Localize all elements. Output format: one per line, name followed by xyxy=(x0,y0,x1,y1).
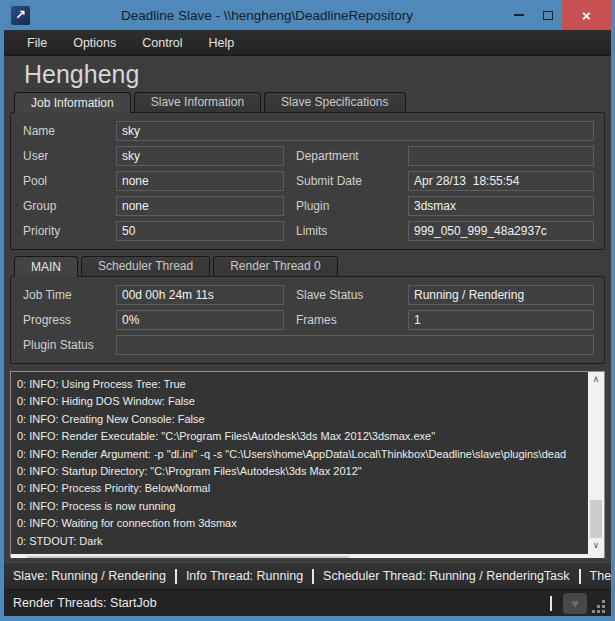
window-title: Deadline Slave - \\hengheng\DeadlineRepo… xyxy=(30,8,504,23)
scroll-left-icon[interactable]: ‹ xyxy=(11,554,27,558)
log-line: 0: INFO: Process Priority: BelowNormal xyxy=(17,480,582,497)
pool-label: Pool xyxy=(23,174,116,188)
tab-slave-specifications[interactable]: Slave Specifications xyxy=(264,92,405,112)
user-field[interactable] xyxy=(116,146,284,166)
group-label: Group xyxy=(23,199,116,213)
heart-icon: ♥ xyxy=(571,596,579,611)
slave-status-label: Slave Status xyxy=(296,288,408,302)
menu-control[interactable]: Control xyxy=(129,30,195,56)
info-tab-strip: Job Information Slave Information Slave … xyxy=(10,92,605,112)
limits-label: Limits xyxy=(296,224,408,238)
content-area: Hengheng Job Information Slave Informati… xyxy=(4,56,611,558)
log-line: 0: STDOUT: Dark xyxy=(17,533,582,550)
thermal-shutdown-status-text: Thermal Shutdo xyxy=(590,569,611,583)
tab-render-thread-0[interactable]: Render Thread 0 xyxy=(213,256,338,276)
title-bar[interactable]: ↗ Deadline Slave - \\hengheng\DeadlineRe… xyxy=(4,0,611,30)
priority-label: Priority xyxy=(23,224,116,238)
horizontal-scrollbar-thumb[interactable] xyxy=(27,556,349,558)
thread-status-bar: Slave: Running / Rendering Info Thread: … xyxy=(4,562,611,589)
tab-slave-information[interactable]: Slave Information xyxy=(134,92,261,112)
close-icon: × xyxy=(582,7,591,24)
log-line: 0: INFO: Hiding DOS Window: False xyxy=(17,393,582,410)
plugin-field[interactable] xyxy=(408,196,594,216)
menu-options[interactable]: Options xyxy=(60,30,129,56)
limits-field[interactable] xyxy=(408,221,594,241)
app-icon: ↗ xyxy=(11,6,30,25)
user-label: User xyxy=(23,149,116,163)
slave-status-text: Slave: Running / Rendering xyxy=(13,569,166,583)
horizontal-scrollbar[interactable]: ‹ › xyxy=(11,554,588,558)
department-field[interactable] xyxy=(408,146,594,166)
maximize-button[interactable] xyxy=(533,0,562,30)
log-line: 0: INFO: Render Argument: -p "dl.ini" -q… xyxy=(17,446,582,463)
deadline-slave-window: ↗ Deadline Slave - \\hengheng\DeadlineRe… xyxy=(0,0,615,621)
status-separator xyxy=(550,596,552,611)
scroll-up-icon[interactable]: ∧ xyxy=(588,372,604,388)
menu-help[interactable]: Help xyxy=(196,30,248,56)
log-line: 0: INFO: Render Executable: "C:\Program … xyxy=(17,428,582,445)
menu-bar: File Options Control Help xyxy=(4,30,611,56)
tab-job-information[interactable]: Job Information xyxy=(14,92,131,113)
submit-date-field[interactable] xyxy=(408,171,594,191)
render-threads-status-bar: Render Threads: StartJob ♥ xyxy=(4,589,611,616)
resize-grip[interactable] xyxy=(593,590,607,616)
slave-status-field[interactable] xyxy=(408,285,594,305)
plugin-label: Plugin xyxy=(296,199,408,213)
progress-label: Progress xyxy=(23,313,116,327)
progress-field[interactable] xyxy=(116,310,284,330)
group-field[interactable] xyxy=(116,196,284,216)
tab-scheduler-thread[interactable]: Scheduler Thread xyxy=(81,256,210,276)
status-separator xyxy=(579,569,581,584)
scroll-right-icon[interactable]: › xyxy=(572,554,588,558)
render-threads-status-text: Render Threads: StartJob xyxy=(13,596,157,610)
log-line: 0: INFO: Creating New Console: False xyxy=(17,411,582,428)
plugin-status-field[interactable] xyxy=(116,335,594,355)
name-label: Name xyxy=(23,124,116,138)
vertical-scrollbar[interactable]: ∧ ∨ xyxy=(588,372,604,554)
thread-tab-strip: MAIN Scheduler Thread Render Thread 0 xyxy=(10,256,605,276)
submit-date-label: Submit Date xyxy=(296,174,408,188)
log-text-area[interactable]: 0: INFO: Using Process Tree: True 0: INF… xyxy=(11,372,588,554)
vertical-scrollbar-thumb[interactable] xyxy=(590,500,602,538)
scheduler-thread-status-text: Scheduler Thread: Running / RenderingTas… xyxy=(323,569,569,583)
job-information-panel: Name User Department Pool Submit Date Gr… xyxy=(10,112,605,250)
menu-file[interactable]: File xyxy=(14,30,60,56)
minimize-button[interactable] xyxy=(504,0,533,30)
plugin-status-label: Plugin Status xyxy=(23,338,116,352)
scroll-down-icon[interactable]: ∨ xyxy=(588,538,604,554)
log-line: 0: INFO: Startup Directory: "C:\Program … xyxy=(17,463,582,480)
log-output-box: 0: INFO: Using Process Tree: True 0: INF… xyxy=(10,371,605,558)
pool-field[interactable] xyxy=(116,171,284,191)
log-line: 0: INFO: Process is now running xyxy=(17,498,582,515)
log-line: 0: INFO: Waiting for connection from 3ds… xyxy=(17,515,582,532)
job-time-field[interactable] xyxy=(116,285,284,305)
scrollbar-corner xyxy=(588,554,604,558)
tab-main[interactable]: MAIN xyxy=(14,256,78,277)
main-thread-panel: Job Time Slave Status Progress Frames Pl… xyxy=(10,276,605,364)
status-separator xyxy=(175,569,177,584)
info-thread-status-text: Info Thread: Running xyxy=(186,569,303,583)
frames-field[interactable] xyxy=(408,310,594,330)
frames-label: Frames xyxy=(296,313,408,327)
maximize-icon xyxy=(543,11,553,20)
close-button[interactable]: × xyxy=(562,0,611,30)
log-line: 0: INFO: Using Process Tree: True xyxy=(17,376,582,393)
resize-grip-dots xyxy=(602,610,605,613)
slave-name-heading: Hengheng xyxy=(10,56,605,92)
priority-field[interactable] xyxy=(116,221,284,241)
status-separator xyxy=(312,569,314,584)
name-field[interactable] xyxy=(116,121,594,141)
health-indicator[interactable]: ♥ xyxy=(563,593,587,614)
job-time-label: Job Time xyxy=(23,288,116,302)
minimize-icon xyxy=(514,14,524,16)
department-label: Department xyxy=(296,149,408,163)
